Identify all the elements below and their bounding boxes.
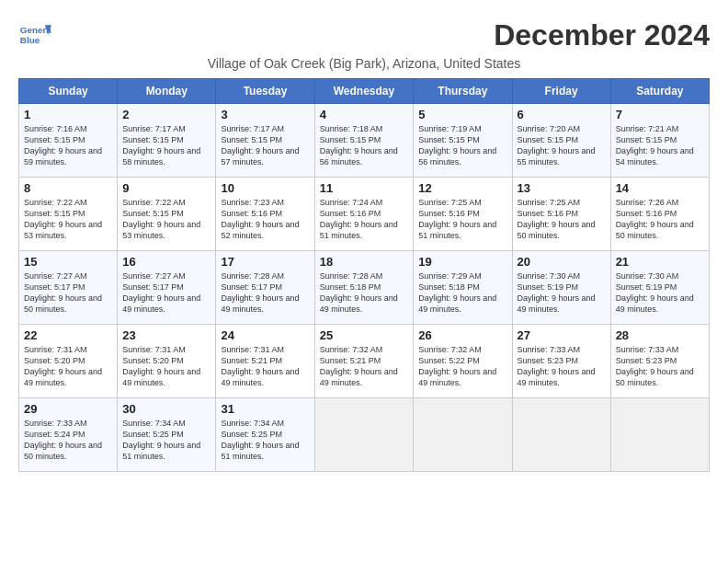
calendar-cell: [414, 398, 512, 472]
day-number: 22: [24, 328, 112, 342]
day-info: Sunrise: 7:20 AMSunset: 5:15 PMDaylight:…: [518, 123, 606, 168]
calendar-header-row: SundayMondayTuesdayWednesdayThursdayFrid…: [19, 79, 710, 104]
day-info: Sunrise: 7:23 AMSunset: 5:16 PMDaylight:…: [221, 197, 309, 242]
calendar-cell: 16Sunrise: 7:27 AMSunset: 5:17 PMDayligh…: [118, 251, 216, 325]
day-info: Sunrise: 7:25 AMSunset: 5:16 PMDaylight:…: [518, 197, 606, 242]
calendar-week-row: 29Sunrise: 7:33 AMSunset: 5:24 PMDayligh…: [19, 398, 710, 472]
location-title: Village of Oak Creek (Big Park), Arizona…: [18, 56, 710, 71]
calendar-cell: 9Sunrise: 7:22 AMSunset: 5:15 PMDaylight…: [118, 178, 216, 251]
day-info: Sunrise: 7:31 AMSunset: 5:20 PMDaylight:…: [122, 344, 210, 389]
calendar-cell: 22Sunrise: 7:31 AMSunset: 5:20 PMDayligh…: [19, 325, 118, 398]
day-number: 9: [122, 181, 210, 195]
day-info: Sunrise: 7:26 AMSunset: 5:16 PMDaylight:…: [616, 197, 704, 242]
day-info: Sunrise: 7:30 AMSunset: 5:19 PMDaylight:…: [518, 270, 606, 316]
day-info: Sunrise: 7:27 AMSunset: 5:17 PMDaylight:…: [122, 270, 210, 316]
calendar-table: SundayMondayTuesdayWednesdayThursdayFrid…: [18, 78, 710, 472]
calendar-cell: 2Sunrise: 7:17 AMSunset: 5:15 PMDaylight…: [118, 104, 216, 178]
day-info: Sunrise: 7:22 AMSunset: 5:15 PMDaylight:…: [24, 197, 112, 242]
calendar-cell: 28Sunrise: 7:33 AMSunset: 5:23 PMDayligh…: [610, 325, 709, 398]
day-info: Sunrise: 7:33 AMSunset: 5:23 PMDaylight:…: [616, 344, 704, 389]
day-info: Sunrise: 7:24 AMSunset: 5:16 PMDaylight:…: [320, 197, 409, 242]
day-info: Sunrise: 7:17 AMSunset: 5:15 PMDaylight:…: [221, 123, 309, 168]
day-info: Sunrise: 7:31 AMSunset: 5:21 PMDaylight:…: [221, 344, 309, 389]
day-number: 4: [320, 108, 409, 121]
calendar-cell: 5Sunrise: 7:19 AMSunset: 5:15 PMDaylight…: [414, 104, 512, 178]
calendar-cell: 19Sunrise: 7:29 AMSunset: 5:18 PMDayligh…: [414, 251, 512, 325]
calendar-cell: 13Sunrise: 7:25 AMSunset: 5:16 PMDayligh…: [512, 178, 610, 251]
day-number: 14: [616, 181, 704, 195]
calendar-cell: 27Sunrise: 7:33 AMSunset: 5:23 PMDayligh…: [512, 325, 610, 398]
svg-text:Blue: Blue: [20, 35, 40, 45]
calendar-cell: 20Sunrise: 7:30 AMSunset: 5:19 PMDayligh…: [512, 251, 610, 325]
day-info: Sunrise: 7:19 AMSunset: 5:15 PMDaylight:…: [418, 123, 506, 168]
day-number: 29: [24, 402, 112, 416]
day-number: 12: [418, 181, 506, 195]
calendar-cell: 21Sunrise: 7:30 AMSunset: 5:19 PMDayligh…: [610, 251, 709, 325]
day-number: 28: [616, 328, 704, 342]
day-number: 7: [616, 108, 704, 121]
day-number: 24: [221, 328, 309, 342]
calendar-cell: [512, 398, 610, 472]
day-number: 26: [418, 328, 506, 342]
day-info: Sunrise: 7:28 AMSunset: 5:17 PMDaylight:…: [221, 270, 309, 316]
calendar-cell: 7Sunrise: 7:21 AMSunset: 5:15 PMDaylight…: [610, 104, 709, 178]
day-number: 8: [24, 181, 112, 195]
calendar-cell: 14Sunrise: 7:26 AMSunset: 5:16 PMDayligh…: [610, 178, 709, 251]
calendar-cell: 17Sunrise: 7:28 AMSunset: 5:17 PMDayligh…: [216, 251, 314, 325]
day-info: Sunrise: 7:17 AMSunset: 5:15 PMDaylight:…: [122, 123, 210, 168]
day-info: Sunrise: 7:34 AMSunset: 5:25 PMDaylight:…: [221, 418, 309, 463]
calendar-cell: [610, 398, 709, 472]
day-number: 25: [320, 328, 409, 342]
day-number: 18: [320, 255, 409, 269]
day-number: 2: [122, 108, 210, 121]
day-number: 10: [221, 181, 309, 195]
day-info: Sunrise: 7:33 AMSunset: 5:24 PMDaylight:…: [24, 418, 112, 463]
calendar-week-row: 1Sunrise: 7:16 AMSunset: 5:15 PMDaylight…: [19, 104, 710, 178]
logo-icon: General Blue: [18, 18, 51, 52]
day-number: 1: [24, 108, 112, 121]
calendar-cell: 29Sunrise: 7:33 AMSunset: 5:24 PMDayligh…: [19, 398, 118, 472]
calendar-cell: 18Sunrise: 7:28 AMSunset: 5:18 PMDayligh…: [314, 251, 414, 325]
calendar-cell: 8Sunrise: 7:22 AMSunset: 5:15 PMDaylight…: [19, 178, 118, 251]
day-header-friday: Friday: [512, 79, 610, 104]
day-info: Sunrise: 7:22 AMSunset: 5:15 PMDaylight:…: [122, 197, 210, 242]
day-header-saturday: Saturday: [610, 79, 709, 104]
page-container: General Blue December 2024 Village of Oa…: [18, 18, 710, 472]
calendar-cell: 10Sunrise: 7:23 AMSunset: 5:16 PMDayligh…: [216, 178, 314, 251]
calendar-cell: 23Sunrise: 7:31 AMSunset: 5:20 PMDayligh…: [118, 325, 216, 398]
calendar-cell: 26Sunrise: 7:32 AMSunset: 5:22 PMDayligh…: [414, 325, 512, 398]
day-number: 13: [518, 181, 606, 195]
day-number: 23: [122, 328, 210, 342]
logo: General Blue: [18, 18, 51, 52]
day-info: Sunrise: 7:32 AMSunset: 5:22 PMDaylight:…: [418, 344, 506, 389]
day-number: 6: [518, 108, 606, 121]
day-header-thursday: Thursday: [414, 79, 512, 104]
calendar-cell: 6Sunrise: 7:20 AMSunset: 5:15 PMDaylight…: [512, 104, 610, 178]
day-info: Sunrise: 7:18 AMSunset: 5:15 PMDaylight:…: [320, 123, 409, 168]
calendar-cell: 24Sunrise: 7:31 AMSunset: 5:21 PMDayligh…: [216, 325, 314, 398]
day-header-tuesday: Tuesday: [216, 79, 314, 104]
calendar-cell: 4Sunrise: 7:18 AMSunset: 5:15 PMDaylight…: [314, 104, 414, 178]
day-info: Sunrise: 7:31 AMSunset: 5:20 PMDaylight:…: [24, 344, 112, 389]
day-number: 19: [418, 255, 506, 269]
day-number: 17: [221, 255, 309, 269]
day-info: Sunrise: 7:16 AMSunset: 5:15 PMDaylight:…: [24, 123, 112, 168]
calendar-cell: 3Sunrise: 7:17 AMSunset: 5:15 PMDaylight…: [216, 104, 314, 178]
day-header-sunday: Sunday: [19, 79, 118, 104]
day-number: 11: [320, 181, 409, 195]
day-number: 27: [518, 328, 606, 342]
day-number: 5: [418, 108, 506, 121]
calendar-cell: 15Sunrise: 7:27 AMSunset: 5:17 PMDayligh…: [19, 251, 118, 325]
header: General Blue December 2024: [18, 18, 710, 52]
day-number: 31: [221, 402, 309, 416]
calendar-cell: 30Sunrise: 7:34 AMSunset: 5:25 PMDayligh…: [118, 398, 216, 472]
day-header-monday: Monday: [118, 79, 216, 104]
calendar-cell: 1Sunrise: 7:16 AMSunset: 5:15 PMDaylight…: [19, 104, 118, 178]
day-header-wednesday: Wednesday: [314, 79, 414, 104]
day-number: 21: [616, 255, 704, 269]
day-info: Sunrise: 7:33 AMSunset: 5:23 PMDaylight:…: [518, 344, 606, 389]
day-number: 16: [122, 255, 210, 269]
day-info: Sunrise: 7:30 AMSunset: 5:19 PMDaylight:…: [616, 270, 704, 316]
day-number: 30: [122, 402, 210, 416]
day-info: Sunrise: 7:29 AMSunset: 5:18 PMDaylight:…: [418, 270, 506, 316]
